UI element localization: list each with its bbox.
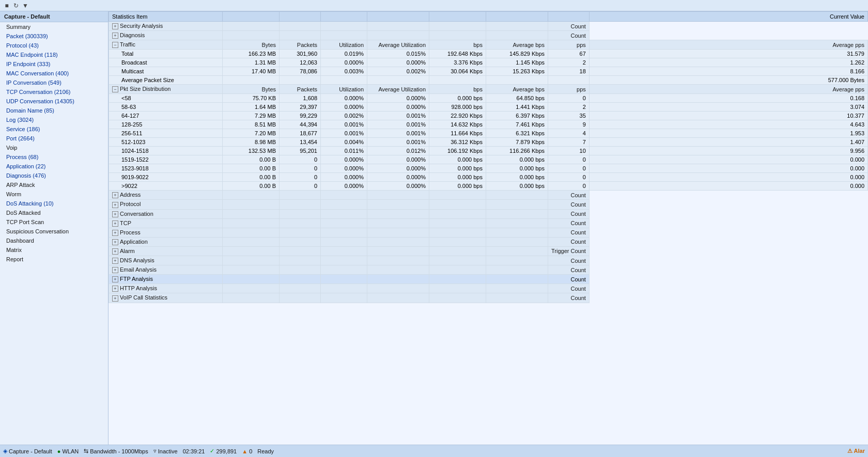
data-col-packets: 44,394 [280, 120, 321, 129]
section-label[interactable]: +FTP Analysis [109, 275, 223, 284]
section-label[interactable]: +Diagnosis [109, 31, 223, 40]
section-label[interactable]: +Process [109, 228, 223, 237]
table-row[interactable]: +ProtocolCount [109, 200, 868, 209]
expand-icon[interactable]: + [112, 202, 118, 208]
section-label[interactable]: +Email Analysis [109, 265, 223, 275]
expand-icon[interactable]: + [112, 220, 118, 227]
table-row: 512-10238.98 MB13,4540.004%0.001%36.312 … [109, 138, 868, 147]
expand-icon[interactable]: + [112, 295, 118, 302]
expand-icon[interactable]: + [112, 239, 118, 245]
sidebar-item-suspicious-conversation[interactable]: Suspicious Conversation [0, 227, 108, 236]
sidebar-item-service[interactable]: Service (186) [0, 124, 108, 134]
sidebar-item-diagnosis[interactable]: Diagnosis (476) [0, 171, 108, 180]
expand-icon[interactable]: + [112, 267, 118, 273]
empty-col [321, 284, 367, 293]
table-row[interactable]: +AlarmTrigger Count [109, 246, 868, 256]
data-col-utilization: 0.004% [321, 138, 367, 147]
sidebar-item-udp-conversation[interactable]: UDP Conversation (14305) [0, 97, 108, 106]
sidebar-item-matrix[interactable]: Matrix [0, 245, 108, 255]
sidebar-item-summary[interactable]: Summary [0, 22, 108, 31]
sidebar-item-port[interactable]: Port (2664) [0, 134, 108, 143]
sidebar-item-log[interactable]: Log (3024) [0, 115, 108, 124]
table-row[interactable]: +Email AnalysisCount [109, 265, 868, 275]
data-col-pps: 0 [548, 155, 590, 164]
table-row[interactable]: +TCPCount [109, 218, 868, 228]
packets-icon: ✓ [210, 448, 214, 454]
statusbar-filter-label: Inactive [158, 448, 178, 454]
data-col-pps: 7 [548, 138, 590, 147]
expand-icon[interactable]: + [112, 211, 118, 217]
expand-icon[interactable]: + [112, 286, 118, 292]
sidebar-item-arp-attack[interactable]: ARP Attack [0, 180, 108, 190]
section-label[interactable]: +Security Analysis [109, 22, 223, 31]
empty-col [429, 275, 486, 284]
capture-icon: ◈ [3, 448, 7, 454]
sidebar-item-worm[interactable]: Worm [0, 190, 108, 199]
empty-col [367, 284, 429, 293]
expand-icon[interactable]: + [112, 33, 118, 39]
section-label[interactable]: −Pkt Size Distribution [109, 85, 223, 94]
sidebar-item-voip[interactable]: Voip [0, 143, 108, 152]
section-label[interactable]: +HTTP Analysis [109, 284, 223, 293]
table-row[interactable]: −TrafficBytesPacketsUtilizationAverage U… [109, 40, 868, 50]
expand-icon[interactable]: + [112, 276, 118, 282]
table-row: 64-1277.29 MB99,2290.002%0.001%22.920 Kb… [109, 112, 868, 120]
table-row: >90220.00 B00.000%0.000%0.000 bps0.000 b… [109, 182, 868, 191]
expand-icon[interactable]: + [112, 192, 118, 198]
sidebar-item-ip-conversation[interactable]: IP Conversation (549) [0, 78, 108, 87]
expand-icon[interactable]: − [112, 86, 118, 92]
table-row[interactable]: +Security AnalysisCount [109, 22, 868, 31]
sidebar-item-report[interactable]: Report [0, 255, 108, 264]
expand-icon[interactable]: − [112, 42, 118, 48]
table-row[interactable]: +VoIP Call StatisticsCount [109, 293, 868, 303]
table-row[interactable]: +FTP AnalysisCount [109, 275, 868, 284]
section-label[interactable]: +Conversation [109, 209, 223, 218]
table-row[interactable]: +ProcessCount [109, 228, 868, 237]
section-label[interactable]: +Alarm [109, 246, 223, 256]
sidebar-item-process[interactable]: Process (68) [0, 152, 108, 162]
sidebar-item-protocol[interactable]: Protocol (43) [0, 41, 108, 50]
table-row: Multicast17.40 MB78,0860.003%0.002%30.06… [109, 67, 868, 76]
sidebar-item-tcp-conversation[interactable]: TCP Conversation (2106) [0, 87, 108, 97]
toolbar-btn-1[interactable]: ■ [2, 1, 11, 10]
data-col-packets: 18,677 [280, 129, 321, 138]
table-row[interactable]: +HTTP AnalysisCount [109, 284, 868, 293]
table-row[interactable]: +DiagnosisCount [109, 31, 868, 40]
expand-icon[interactable]: + [112, 230, 118, 236]
empty-col [223, 209, 280, 218]
sidebar-item-tcp-port-scan[interactable]: TCP Port Scan [0, 217, 108, 227]
section-label[interactable]: +VoIP Call Statistics [109, 293, 223, 303]
section-label[interactable]: −Traffic [109, 40, 223, 50]
expand-icon[interactable]: + [112, 23, 118, 29]
table-row[interactable]: +DNS AnalysisCount [109, 256, 868, 265]
expand-icon[interactable]: + [112, 258, 118, 264]
empty-col [223, 284, 280, 293]
sidebar-item-domain-name[interactable]: Domain Name (85) [0, 106, 108, 115]
sidebar-item-dashboard[interactable]: Dashboard [0, 236, 108, 245]
empty-col [367, 22, 429, 31]
table-row[interactable]: +ApplicationCount [109, 237, 868, 246]
sidebar-item-mac-endpoint[interactable]: MAC Endpoint (118) [0, 50, 108, 59]
toolbar-btn-refresh[interactable]: ↻ [11, 1, 21, 10]
table-row[interactable]: +ConversationCount [109, 209, 868, 218]
section-label[interactable]: +DNS Analysis [109, 256, 223, 265]
section-label[interactable]: +Application [109, 237, 223, 246]
section-label[interactable]: +TCP [109, 218, 223, 228]
section-label[interactable]: +Address [109, 191, 223, 200]
sidebar-item-application[interactable]: Application (22) [0, 162, 108, 171]
data-col-bytes: 132.53 MB [223, 147, 280, 155]
sidebar-item-dos-attacked[interactable]: DoS Attacked [0, 208, 108, 217]
data-col-bytes: 0.00 B [223, 164, 280, 173]
section-col-avg_bps: Average bps [486, 85, 548, 94]
data-col-bytes: 0.00 B [223, 173, 280, 182]
sidebar-item-mac-conversation[interactable]: MAC Conversation (400) [0, 69, 108, 78]
sidebar-item-packet[interactable]: Packet (300339) [0, 31, 108, 41]
expand-icon[interactable]: + [112, 248, 118, 255]
section-label[interactable]: +Protocol [109, 200, 223, 209]
table-row[interactable]: +AddressCount [109, 191, 868, 200]
table-row[interactable]: −Pkt Size DistributionBytesPacketsUtiliz… [109, 85, 868, 94]
sidebar-item-ip-endpoint[interactable]: IP Endpoint (333) [0, 59, 108, 69]
toolbar-btn-dropdown[interactable]: ▼ [21, 1, 30, 10]
sidebar-item-dos-attacking[interactable]: DoS Attacking (10) [0, 199, 108, 208]
empty-col [280, 31, 321, 40]
